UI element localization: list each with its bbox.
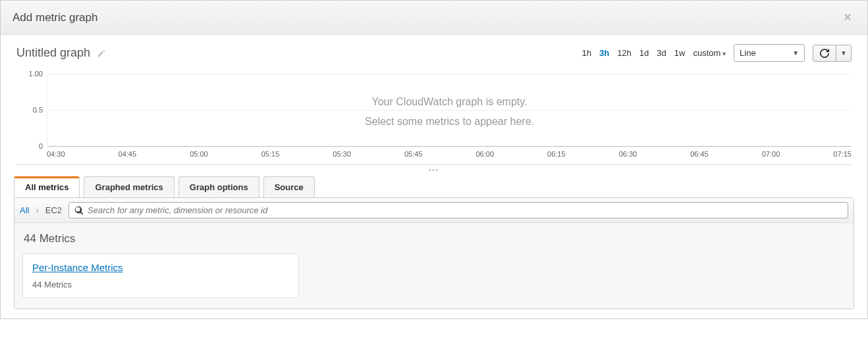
search-box <box>68 202 848 218</box>
time-range-picker: 1h 3h 12h 1d 3d 1w custom <box>582 48 726 58</box>
x-tick: 05:30 <box>333 150 351 158</box>
search-row: All › EC2 <box>14 198 854 223</box>
chevron-down-icon: ▼ <box>792 49 799 57</box>
x-tick: 05:45 <box>404 150 423 158</box>
close-icon[interactable]: × <box>840 10 855 25</box>
y-tick: 0 <box>16 142 43 150</box>
tab-graph-options[interactable]: Graph options <box>178 176 259 197</box>
time-range-3h[interactable]: 3h <box>599 48 609 58</box>
graph-title: Untitled graph <box>16 46 90 60</box>
empty-line-1: Your CloudWatch graph is empty. <box>47 92 852 112</box>
x-tick: 06:45 <box>690 150 709 158</box>
breadcrumb-current: EC2 <box>45 205 62 215</box>
x-tick: 07:00 <box>762 150 780 158</box>
modal-title: Add metric graph <box>13 11 97 24</box>
x-tick: 04:45 <box>119 150 137 158</box>
graph-controls-row: Untitled graph 1h 3h 12h 1d 3d 1w custom… <box>1 35 867 67</box>
time-range-1w[interactable]: 1w <box>674 48 686 58</box>
breadcrumb-separator-icon: › <box>36 205 38 215</box>
refresh-button-group: ▼ <box>813 45 852 62</box>
modal-add-metric-graph: Add metric graph × Untitled graph 1h 3h … <box>0 0 868 319</box>
resize-handle[interactable]: ••• <box>1 165 867 175</box>
y-tick: 1.00 <box>16 70 43 78</box>
time-range-1h[interactable]: 1h <box>582 48 591 58</box>
tab-graphed-metrics[interactable]: Graphed metrics <box>84 176 174 197</box>
chevron-down-icon: ▼ <box>840 49 847 57</box>
time-range-custom[interactable]: custom <box>693 48 726 58</box>
x-tick: 06:15 <box>547 150 566 158</box>
empty-line-2: Select some metrics to appear here. <box>47 112 852 132</box>
refresh-icon <box>820 49 829 58</box>
refresh-dropdown[interactable]: ▼ <box>836 45 851 61</box>
metrics-count-label: 44 Metrics <box>24 232 846 245</box>
metric-card-subtitle: 44 Metrics <box>32 280 289 290</box>
chart-type-value: Line <box>740 48 756 58</box>
search-input[interactable] <box>88 205 842 215</box>
graph-title-group: Untitled graph <box>16 46 106 60</box>
y-tick: 0.5 <box>16 106 43 114</box>
x-tick: 05:15 <box>261 150 280 158</box>
time-range-3d[interactable]: 3d <box>657 48 666 58</box>
chart-type-select[interactable]: Line ▼ <box>734 44 805 62</box>
search-icon <box>74 206 84 215</box>
x-tick: 06:30 <box>619 150 637 158</box>
x-tick: 05:00 <box>190 150 208 158</box>
breadcrumb-root[interactable]: All <box>20 205 29 215</box>
modal-header: Add metric graph × <box>1 1 867 35</box>
x-tick: 06:00 <box>475 150 494 158</box>
x-tick: 04:30 <box>47 150 65 158</box>
tab-panel: All › EC2 44 Metrics Per-Instance Metric… <box>14 197 854 309</box>
tab-all-metrics[interactable]: All metrics <box>14 176 80 197</box>
metric-card-title[interactable]: Per-Instance Metrics <box>32 262 289 273</box>
panel-body: 44 Metrics Per-Instance Metrics 44 Metri… <box>14 223 854 309</box>
tabs: All metrics Graphed metrics Graph option… <box>1 176 867 197</box>
x-tick: 07:15 <box>833 150 852 158</box>
edit-title-icon[interactable] <box>97 49 106 58</box>
tab-source[interactable]: Source <box>263 176 315 197</box>
metric-card[interactable]: Per-Instance Metrics 44 Metrics <box>22 253 299 298</box>
x-axis: 04:30 04:45 05:00 05:15 05:30 05:45 06:0… <box>47 146 852 164</box>
chart-area: 1.00 0.5 0 Your CloudWatch graph is empt… <box>16 74 852 165</box>
y-axis: 1.00 0.5 0 <box>16 74 43 146</box>
chart-grid: Your CloudWatch graph is empty. Select s… <box>47 74 852 146</box>
time-range-1d[interactable]: 1d <box>639 48 649 58</box>
empty-chart-message: Your CloudWatch graph is empty. Select s… <box>47 92 852 132</box>
right-controls: 1h 3h 12h 1d 3d 1w custom Line ▼ ▼ <box>582 44 852 62</box>
time-range-12h[interactable]: 12h <box>617 48 632 58</box>
refresh-button[interactable] <box>813 45 836 61</box>
